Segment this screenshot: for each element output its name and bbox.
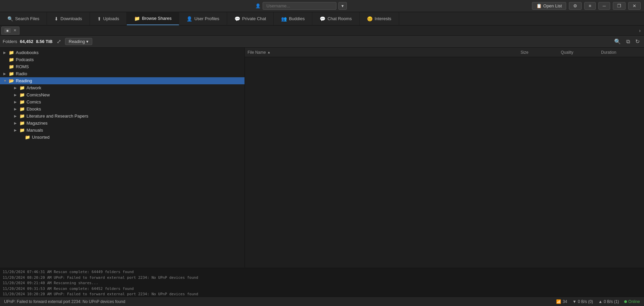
tab-chat-rooms[interactable]: 💬 Chat Rooms (312, 12, 359, 25)
folder-icon: 📁 (9, 71, 14, 76)
tree-item-unsorted[interactable]: 📁 Unsorted (0, 134, 245, 141)
folders-size: 8.56 TiB (36, 39, 53, 44)
arrow-icon: ▼ (3, 79, 9, 83)
tab-browse-shares-label: Browse Shares (142, 16, 171, 21)
open-list-button[interactable]: 📋 Open List (532, 2, 567, 10)
folders-label: Folders (3, 39, 17, 44)
up-label: 0 B/s (1) (604, 299, 619, 304)
tab-uploads[interactable]: ⬆ Uploads (90, 12, 127, 25)
arrow-icon: ▶ (14, 114, 19, 118)
arrow-icon: ▶ (3, 51, 9, 54)
titlebar-center: 👤 ▾ (255, 2, 347, 10)
tree-item-reading[interactable]: ▼ 📂 Reading (0, 77, 245, 84)
tab-user-profiles[interactable]: 👤 User Profiles (179, 12, 227, 25)
buddies-icon: 👥 (281, 16, 287, 21)
folder-icon: 📁 (19, 85, 25, 90)
subtab-close-icon[interactable]: ✕ (13, 28, 16, 33)
tab-browse-shares[interactable]: 📁 Browse Shares (127, 12, 179, 25)
subtab-badge: ■ (4, 28, 11, 33)
chat-rooms-icon: 💬 (320, 16, 325, 21)
downloads-icon: ⬇ (54, 16, 58, 21)
tab-uploads-label: Uploads (103, 16, 119, 21)
arrow-icon: ▶ (14, 100, 19, 104)
folder-label: ComicsNew (26, 92, 50, 97)
col-quality-header[interactable]: Quality (561, 50, 601, 55)
arrow-icon: ▶ (14, 121, 19, 125)
filter-button[interactable]: Reading ▾ (65, 38, 92, 45)
online-dot-icon (624, 300, 627, 303)
subtab-right-arrow[interactable]: › (637, 28, 643, 33)
restore-button[interactable]: ❐ (613, 2, 626, 10)
arrow-icon: ▶ (14, 128, 19, 132)
folder-label: Unsorted (32, 135, 50, 140)
tree-item-podcasts[interactable]: 📁 Podcasts (0, 56, 245, 63)
tree-item-literature[interactable]: ▶ 📁 Literature and Research Papers (0, 113, 245, 120)
folder-label: ROMS (16, 64, 29, 69)
folder-icon: 📁 (19, 114, 25, 119)
tab-interests-label: Interests (375, 16, 391, 21)
close-button[interactable]: ✕ (628, 2, 641, 10)
minimize-button[interactable]: ─ (598, 2, 610, 10)
folders-count: 64,452 (20, 39, 33, 44)
folder-icon: 📂 (9, 78, 14, 83)
folder-icon: 📁 (25, 135, 30, 140)
tab-search-files-label: Search Files (15, 16, 39, 21)
wifi-status: 📶 34 (556, 299, 567, 304)
username-input[interactable] (263, 2, 336, 10)
upload-status: ▲ 0 B/s (1) (598, 299, 619, 304)
tree-item-audiobooks[interactable]: ▶ 📁 Audiobooks (0, 49, 245, 56)
folder-icon: 📁 (19, 106, 25, 112)
subtab-1[interactable]: ■ ✕ (1, 27, 19, 35)
tab-search-files[interactable]: 🔍 Search Files (0, 12, 47, 25)
tree-item-comics[interactable]: ▶ 📁 Comics (0, 98, 245, 105)
size-label: Size (521, 50, 528, 55)
file-body (245, 57, 644, 268)
search-button[interactable]: 🔍 (612, 38, 623, 45)
file-panel: File Name ▲ Size Quality Duration (245, 48, 644, 268)
folder-label: Literature and Research Papers (26, 114, 88, 119)
expand-button[interactable]: ⤢ (55, 38, 62, 45)
tree-item-ebooks[interactable]: ▶ 📁 Ebooks (0, 105, 245, 113)
tab-interests[interactable]: 😊 Interests (360, 12, 399, 25)
titlebar-right: 📋 Open List ⚙ ≡ ─ ❐ ✕ (532, 2, 641, 10)
titlebar: 👤 ▾ 📋 Open List ⚙ ≡ ─ ❐ ✕ (0, 0, 644, 12)
tab-buddies[interactable]: 👥 Buddies (274, 12, 312, 25)
tree-item-magazines[interactable]: ▶ 📁 Magazines (0, 120, 245, 127)
folder-label: Artwork (26, 85, 41, 90)
col-duration-header[interactable]: Duration (601, 50, 641, 55)
folder-label: Comics (26, 99, 41, 104)
tab-buddies-label: Buddies (289, 16, 305, 21)
filename-label: File Name (248, 50, 266, 55)
log-line-3: 11/20/2024 09:31:53 AM Rescan complete: … (3, 286, 641, 292)
col-size-header[interactable]: Size (521, 50, 561, 55)
refresh-button[interactable]: ↻ (634, 38, 641, 45)
tab-user-profiles-label: User Profiles (194, 16, 219, 21)
folder-label: Magazines (26, 121, 48, 126)
online-status: Online (624, 299, 640, 304)
tree-item-radio[interactable]: ▶ 📁 Radio (0, 70, 245, 77)
tree-item-manuals[interactable]: ▶ 📁 Manuals (0, 127, 245, 134)
tree-item-comicsnew[interactable]: ▶ 📁 ComicsNew (0, 91, 245, 98)
col-filename-header[interactable]: File Name ▲ (248, 50, 521, 55)
arrow-icon: ▶ (14, 107, 19, 111)
tab-private-chat[interactable]: 💬 Private Chat (227, 12, 274, 25)
folder-icon: 📁 (9, 64, 14, 69)
tree-item-artwork[interactable]: ▶ 📁 Artwork (0, 84, 245, 91)
open-list-label: Open List (543, 3, 562, 8)
folder-label: Podcasts (16, 57, 34, 62)
private-chat-icon: 💬 (234, 16, 240, 21)
settings-button[interactable]: ⚙ (569, 2, 582, 10)
log-area: 11/20/2024 07:46:31 AM Rescan complete: … (0, 268, 644, 297)
copy-button[interactable]: ⧉ (625, 38, 632, 45)
up-arrow-icon: ▲ (598, 299, 602, 304)
folder-icon: 📁 (19, 99, 25, 104)
tab-downloads[interactable]: ⬇ Downloads (47, 12, 90, 25)
online-label: Online (628, 299, 640, 304)
tree-item-roms[interactable]: 📁 ROMS (0, 63, 245, 70)
username-dropdown-btn[interactable]: ▾ (338, 2, 347, 10)
arrow-icon: ▶ (14, 86, 19, 90)
uploads-icon: ⬆ (97, 16, 101, 21)
nav-tabs: 🔍 Search Files ⬇ Downloads ⬆ Uploads 📁 B… (0, 12, 644, 26)
menu-button[interactable]: ≡ (584, 2, 596, 10)
user-profiles-icon: 👤 (186, 16, 192, 21)
